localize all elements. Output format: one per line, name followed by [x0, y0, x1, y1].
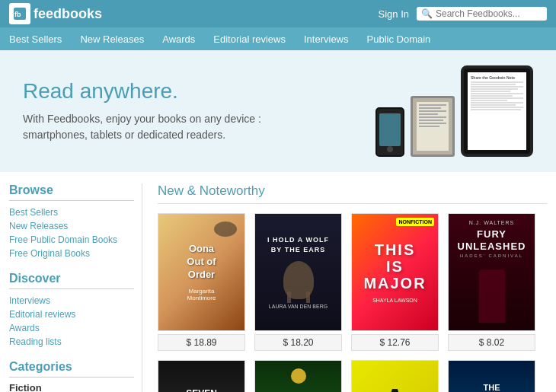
nav-best-sellers[interactable]: Best Sellers: [9, 33, 62, 45]
book-cover-4[interactable]: N.J. WALTERS FURYUNLEASHED HADES' CARNIV…: [448, 213, 535, 331]
book-card-2: I HOLD A WOLFBY THE EARS LAURA VAN DEN B…: [254, 213, 342, 351]
sidebar-new-releases[interactable]: New Releases: [9, 219, 134, 233]
hero-title: Read anywhere.: [23, 79, 312, 104]
sidebar-free-original[interactable]: Free Original Books: [9, 247, 134, 260]
logo-icon: fb: [9, 3, 30, 24]
sidebar-editorial-reviews[interactable]: Editorial reviews: [9, 308, 134, 321]
header: fb feedbooks Sign In 🔍: [0, 0, 556, 27]
device-tablet: Share the Goodwin Note: [461, 65, 533, 157]
nav: Best Sellers New Releases Awards Editori…: [0, 27, 556, 50]
hero: Read anywhere. With Feedbooks, enjoy you…: [0, 50, 556, 172]
book-cover-2[interactable]: I HOLD A WOLFBY THE EARS LAURA VAN DEN B…: [254, 213, 342, 331]
browse-title: Browse: [9, 183, 134, 201]
hero-text: Read anywhere. With Feedbooks, enjoy you…: [23, 79, 312, 143]
books-section: New & Noteworthy OonaOut ofOrder Margari…: [158, 183, 547, 392]
book-cover-1[interactable]: OonaOut ofOrder MargaritaMontimore: [158, 213, 245, 331]
categories-title: Categories: [9, 360, 134, 378]
book-price-4: $ 8.02: [448, 334, 535, 351]
book-cover-7[interactable]: A: [351, 360, 439, 392]
device-phone: [375, 107, 404, 157]
svg-text:fb: fb: [14, 11, 21, 18]
book-card-3: THISISMAJOR SHAYLA LAWSON NONFICTION $ 1…: [351, 213, 439, 351]
book-cover-6[interactable]: [254, 360, 342, 392]
book-card-1: OonaOut ofOrder MargaritaMontimore $ 18.…: [158, 213, 245, 351]
nav-new-releases[interactable]: New Releases: [80, 33, 144, 45]
book-card-4: N.J. WALTERS FURYUNLEASHED HADES' CARNIV…: [448, 213, 535, 351]
book-price-1: $ 18.89: [158, 334, 245, 351]
section-title: New & Noteworthy: [158, 183, 547, 204]
browse-section: Browse Best Sellers New Releases Free Pu…: [9, 183, 134, 260]
hero-devices: Share the Goodwin Note: [375, 65, 533, 157]
books-grid: OonaOut ofOrder MargaritaMontimore $ 18.…: [158, 213, 547, 392]
logo[interactable]: fb feedbooks: [9, 3, 102, 24]
main: Browse Best Sellers New Releases Free Pu…: [0, 172, 556, 392]
device-kindle: [411, 96, 455, 157]
header-right: Sign In 🔍: [379, 7, 547, 21]
signin-link[interactable]: Sign In: [379, 8, 409, 20]
sidebar-best-sellers[interactable]: Best Sellers: [9, 206, 134, 219]
sidebar-free-public-domain[interactable]: Free Public Domain Books: [9, 233, 134, 247]
nav-interviews[interactable]: Interviews: [304, 33, 349, 45]
search-input[interactable]: [436, 8, 542, 19]
search-box: 🔍: [417, 7, 547, 21]
sidebar-reading-lists[interactable]: Reading lists: [9, 335, 134, 349]
book-cover-5[interactable]: SEVENDEADLY: [158, 360, 245, 392]
sidebar: Browse Best Sellers New Releases Free Pu…: [9, 183, 142, 392]
sidebar-awards[interactable]: Awards: [9, 321, 134, 335]
categories-section: Categories Fiction Romance (1064,32): [9, 360, 134, 392]
sidebar-interviews[interactable]: Interviews: [9, 294, 134, 308]
discover-section: Discover Interviews Editorial reviews Aw…: [9, 272, 134, 349]
book-cover-3[interactable]: THISISMAJOR SHAYLA LAWSON NONFICTION: [351, 213, 439, 331]
book-price-3: $ 12.76: [351, 334, 439, 351]
discover-title: Discover: [9, 272, 134, 289]
book-price-2: $ 18.20: [254, 334, 342, 351]
book-card-7: A: [351, 360, 439, 392]
category-fiction-title: Fiction: [9, 382, 134, 392]
book-card-8: THESEA OFLOST: [448, 360, 535, 392]
book-cover-8[interactable]: THESEA OFLOST: [448, 360, 535, 392]
logo-text: feedbooks: [34, 6, 102, 22]
search-icon: 🔍: [421, 8, 433, 19]
hero-description: With Feedbooks, enjoy your books on any …: [23, 111, 312, 143]
nav-public-domain[interactable]: Public Domain: [367, 33, 431, 45]
book-card-6: [254, 360, 342, 392]
nav-awards[interactable]: Awards: [162, 33, 195, 45]
nav-editorial-reviews[interactable]: Editorial reviews: [213, 33, 286, 45]
book-card-5: SEVENDEADLY: [158, 360, 245, 392]
